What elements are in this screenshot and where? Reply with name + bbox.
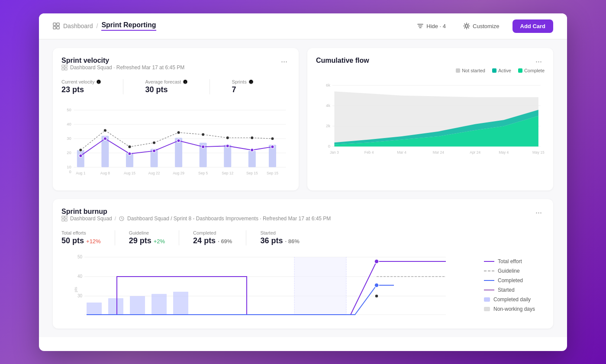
- svg-text:20: 20: [67, 150, 71, 155]
- svg-rect-79: [62, 219, 64, 221]
- total-efforts-label: Total efforts: [61, 230, 86, 235]
- burnup-subtitle: Dashboard Squad / Dashboard Squad / Spri…: [61, 216, 331, 222]
- velocity-title: Sprint velocity: [61, 57, 184, 64]
- breadcrumb-parent: Dashboard: [63, 23, 93, 29]
- add-card-label: Add Card: [520, 23, 546, 29]
- velocity-chart-area: 50 40 30 20 10 0: [61, 100, 290, 182]
- sprint-burnup-card: Sprint burnup Dashboard Squad /: [53, 199, 553, 329]
- breadcrumb-separator: /: [97, 23, 98, 29]
- completed-stat: Completed 24 pts · 69%: [193, 230, 246, 245]
- svg-rect-32: [224, 145, 231, 167]
- guideline-change: +2%: [154, 238, 165, 245]
- guideline-stat: Guideline 29 pts +2%: [129, 230, 179, 245]
- svg-point-52: [271, 145, 274, 148]
- svg-text:50: 50: [77, 254, 83, 259]
- customize-button[interactable]: Customize: [459, 20, 503, 32]
- squad-icon: [61, 64, 68, 71]
- svg-point-46: [128, 152, 132, 155]
- total-effort-legend-label: Total effort: [498, 258, 522, 264]
- svg-text:Sep 5: Sep 5: [198, 171, 208, 175]
- top-row: Sprint velocity Dashboard Squad · Refres…: [53, 48, 553, 190]
- burnup-chart: 50 40 30 pts: [61, 251, 475, 324]
- burnup-card-header: Sprint burnup Dashboard Squad /: [61, 208, 545, 229]
- breadcrumb: Dashboard / Sprint Reporting: [53, 21, 156, 31]
- cumulative-more-button[interactable]: ···: [533, 57, 545, 66]
- completed-label: Completed: [193, 230, 216, 235]
- svg-point-43: [271, 137, 274, 140]
- svg-text:Sep 15: Sep 15: [267, 171, 278, 175]
- burnup-chart-area: 50 40 30 pts: [61, 251, 475, 320]
- main-container: Dashboard / Sprint Reporting Hide · 4 Cu…: [39, 13, 567, 351]
- svg-rect-6: [65, 65, 67, 67]
- svg-rect-96: [173, 292, 188, 315]
- svg-rect-1: [57, 23, 59, 26]
- velocity-more-button[interactable]: ···: [278, 57, 290, 66]
- svg-rect-94: [130, 296, 145, 315]
- not-started-dot: [456, 68, 460, 73]
- svg-text:May 4: May 4: [499, 150, 509, 154]
- non-working-box: [484, 307, 490, 311]
- svg-text:Aug 22: Aug 22: [148, 171, 160, 175]
- add-card-button[interactable]: Add Card: [513, 19, 554, 33]
- current-velocity-value: 23 pts: [61, 85, 101, 94]
- sprints-label: Sprints: [232, 79, 246, 84]
- legend-completed: Completed: [484, 277, 545, 283]
- completed-pct: 69%: [221, 238, 232, 245]
- svg-point-51: [251, 148, 254, 151]
- legend-not-started: Not started: [456, 68, 485, 73]
- complete-label: Complete: [524, 68, 545, 73]
- completed-daily-box: [484, 297, 490, 302]
- dashboard-icon: [53, 23, 60, 29]
- svg-point-38: [152, 141, 156, 144]
- content-area: Sprint velocity Dashboard Squad · Refres…: [39, 39, 567, 337]
- info-icon-3: i: [248, 79, 254, 84]
- svg-text:50: 50: [67, 107, 71, 112]
- svg-text:Sep 15: Sep 15: [246, 171, 258, 175]
- svg-rect-26: [77, 150, 84, 167]
- hide-label: Hide · 4: [426, 23, 446, 29]
- guideline-legend-label: Guideline: [498, 268, 520, 274]
- completed-value: 24 pts · 69%: [193, 236, 232, 245]
- completed-line: [484, 280, 494, 281]
- svg-point-40: [201, 133, 205, 136]
- svg-text:4k: 4k: [326, 103, 330, 108]
- started-line: [484, 290, 494, 290]
- svg-point-36: [103, 129, 107, 132]
- svg-rect-7: [62, 68, 64, 70]
- burnup-stats: Total efforts 50 pts +12% Guideline 29 p…: [61, 230, 545, 245]
- velocity-subtitle: Dashboard Squad · Refreshed Mar 17 at 6:…: [61, 64, 184, 71]
- svg-text:40: 40: [77, 274, 83, 279]
- burnup-subtitle-text: Dashboard Squad / Sprint 8 - Dashboards …: [127, 216, 331, 222]
- svg-text:0: 0: [69, 169, 71, 174]
- guideline-value: 29 pts +2%: [129, 236, 165, 245]
- svg-rect-3: [57, 26, 59, 29]
- cumulative-legend: Not started Active Complete: [316, 68, 545, 73]
- svg-text:pts: pts: [74, 287, 78, 292]
- guideline-line: [484, 271, 494, 271]
- burnup-squad: Dashboard Squad: [70, 216, 112, 222]
- burnup-slash: /: [115, 216, 116, 222]
- svg-rect-78: [65, 216, 67, 218]
- svg-text:0: 0: [328, 144, 330, 148]
- cumulative-title: Cumulative flow: [316, 57, 369, 64]
- breadcrumb-current: Sprint Reporting: [101, 21, 156, 31]
- velocity-chart: 50 40 30 20 10 0: [61, 100, 290, 182]
- velocity-stats: Current velocity i 23 pts Average foreca…: [61, 79, 290, 94]
- started-value: 36 pts · 86%: [260, 236, 299, 245]
- squad-icon-2: [61, 216, 68, 222]
- svg-text:30: 30: [77, 293, 83, 298]
- hide-button[interactable]: Hide · 4: [413, 20, 450, 32]
- header: Dashboard / Sprint Reporting Hide · 4 Cu…: [39, 13, 567, 39]
- svg-text:Mar 24: Mar 24: [433, 150, 445, 154]
- cumulative-card-header: Cumulative flow ···: [316, 57, 545, 66]
- svg-text:Aug 8: Aug 8: [100, 171, 110, 175]
- svg-text:Jan 3: Jan 3: [330, 150, 339, 154]
- svg-rect-2: [53, 26, 56, 29]
- started-legend-label: Started: [498, 287, 515, 293]
- svg-text:Aug 15: Aug 15: [124, 171, 135, 175]
- burnup-more-button[interactable]: ···: [533, 208, 545, 217]
- burnup-legend: Total effort Guideline Completed Started: [484, 251, 545, 320]
- svg-rect-92: [87, 303, 102, 315]
- svg-point-41: [226, 136, 229, 139]
- not-started-label: Not started: [462, 68, 485, 73]
